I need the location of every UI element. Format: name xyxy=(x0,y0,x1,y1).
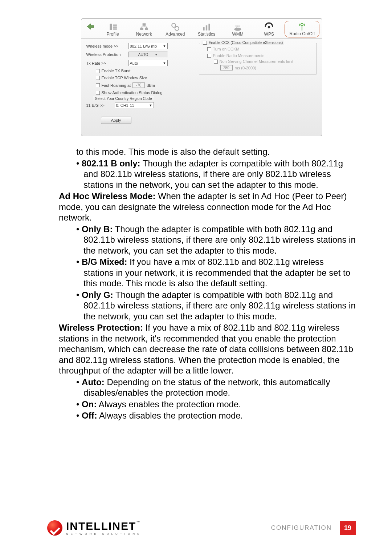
chevron-down-icon: ▼ xyxy=(163,61,166,65)
tab-bar: Profile Network Advanced Statistics QoS … xyxy=(81,19,322,39)
wireless-mode-select[interactable]: 802.11 B/G mix ▼ xyxy=(128,43,168,49)
svg-point-15 xyxy=(301,23,303,26)
fast-roaming-value[interactable]: -70 xyxy=(132,82,145,88)
ccx-group: Enable CCX (Cisco Compatible eXtensions)… xyxy=(199,43,317,74)
tab-label: Advanced xyxy=(160,32,191,37)
tab-label: WPS xyxy=(253,32,285,37)
checkbox-label: Enable TCP Window Size xyxy=(102,76,147,80)
paragraph-heading: Ad Hoc Wireless Mode: When the adapter i… xyxy=(59,191,356,223)
brand-name: INTELLINET™ xyxy=(66,521,142,532)
tab-statistics[interactable]: Statistics xyxy=(191,22,222,38)
svg-rect-4 xyxy=(140,28,143,30)
checkbox-label: Enable Radio Measurements xyxy=(213,53,265,58)
wps-icon xyxy=(253,22,285,32)
bullet-item: On: Always enables the protection mode. xyxy=(59,399,356,410)
tx-rate-select[interactable]: Auto ▼ xyxy=(128,60,168,66)
chevron-down-icon: ▼ xyxy=(149,104,152,107)
tab-label: Radio On/Off xyxy=(286,31,318,36)
bullet-item: Off: Always disables the protection mode… xyxy=(59,410,356,421)
checkbox-icon xyxy=(96,76,100,80)
checkbox-icon xyxy=(214,60,218,64)
non-serving-channel-checkbox: Non-Serving Channel Measurements limit xyxy=(214,59,313,64)
svg-rect-6 xyxy=(142,23,146,26)
svg-rect-9 xyxy=(203,27,204,31)
enable-ccx-checkbox[interactable]: Enable CCX (Cisco Compatible eXtensions) xyxy=(201,40,285,45)
checkbox-label: Enable CCX (Cisco Compatible eXtensions) xyxy=(209,40,283,45)
tab-advanced[interactable]: Advanced xyxy=(160,22,191,38)
tab-label: Network xyxy=(128,32,160,37)
bullet-item: B/G Mixed: If you have a mix of 802.11b … xyxy=(59,257,356,289)
bullet-item: 802.11 B only: Though the adapter is com… xyxy=(59,158,356,190)
checkbox-icon xyxy=(96,69,100,73)
enable-tx-burst-checkbox[interactable]: Enable TX Burst xyxy=(96,69,195,73)
svg-rect-3 xyxy=(113,28,117,29)
fast-roaming-unit: dBm xyxy=(147,83,155,88)
document-text: to this mode. This mode is also the defa… xyxy=(59,146,356,421)
enable-radio-measurements-checkbox: Enable Radio Measurements xyxy=(207,53,313,58)
svg-point-14 xyxy=(268,26,270,29)
tab-profile[interactable]: Profile xyxy=(97,22,128,38)
svg-rect-5 xyxy=(145,28,148,30)
svg-text:QoS: QoS xyxy=(236,25,241,28)
select-value: Auto xyxy=(130,61,138,65)
select-value: AUTO xyxy=(138,53,148,57)
apply-button[interactable]: Apply xyxy=(101,117,131,124)
checkbox-label: Show Authentication Status Dialog xyxy=(102,90,163,95)
button-label: Apply xyxy=(111,118,121,122)
svg-rect-10 xyxy=(206,25,207,31)
select-value: 802.11 B/G mix xyxy=(130,44,158,48)
app-panel: Profile Network Advanced Statistics QoS … xyxy=(81,18,322,136)
show-auth-dialog-checkbox[interactable]: Show Authentication Status Dialog xyxy=(96,90,195,95)
wireless-protection-select[interactable]: AUTO ▼ xyxy=(128,52,168,57)
tab-wmm[interactable]: QoS WMM xyxy=(222,22,253,38)
svg-rect-0 xyxy=(110,24,112,30)
right-column: Enable CCX (Cisco Compatible eXtensions)… xyxy=(199,43,317,124)
checkbox-icon xyxy=(207,54,211,58)
svg-rect-11 xyxy=(208,24,210,30)
enable-tcp-window-checkbox[interactable]: Enable TCP Window Size xyxy=(96,76,195,80)
brand-subtitle: NETWORK SOLUTIONS xyxy=(66,533,142,536)
checkbox-label: Non-Serving Channel Measurements limit xyxy=(220,59,294,64)
wmm-icon: QoS xyxy=(222,22,253,32)
profile-icon xyxy=(97,22,128,32)
network-icon xyxy=(128,22,160,32)
panel-body: Wireless mode >> 802.11 B/G mix ▼ Wirele… xyxy=(81,39,322,127)
bullet-item: Only B: Though the adapter is compatible… xyxy=(59,224,356,256)
page-number-badge: 19 xyxy=(340,521,356,535)
ms-limit-hint: ms (0-2000) xyxy=(235,66,256,70)
tab-radio-onoff[interactable]: Radio On/Off xyxy=(285,21,319,37)
chevron-down-icon: ▼ xyxy=(155,53,158,56)
tab-label: Profile xyxy=(97,32,128,37)
bullet-item: Auto: Depending on the status of the net… xyxy=(59,377,356,398)
region-code-group: Select Your Country Region Code 11 B/G >… xyxy=(86,99,195,108)
page-footer: INTELLINET™ NETWORK SOLUTIONS CONFIGURAT… xyxy=(0,520,392,536)
svg-point-12 xyxy=(234,28,241,31)
svg-rect-2 xyxy=(113,27,117,28)
checkmark-logo-icon xyxy=(47,520,62,536)
select-value: 0: CH1-11 xyxy=(116,103,134,108)
brand-logo: INTELLINET™ NETWORK SOLUTIONS xyxy=(47,520,142,536)
tab-label: WMM xyxy=(222,32,253,37)
checkbox-icon xyxy=(203,41,207,45)
svg-point-7 xyxy=(172,23,176,27)
bg-channel-label: 11 B/G >> xyxy=(86,103,113,108)
checkbox-label: Turn on CCKM xyxy=(213,47,240,51)
ms-limit-value: 250 xyxy=(220,65,233,70)
back-icon[interactable] xyxy=(86,22,94,31)
tab-network[interactable]: Network xyxy=(128,22,160,38)
tab-label: Statistics xyxy=(191,32,222,37)
tab-wps[interactable]: WPS xyxy=(253,22,285,38)
gear-icon xyxy=(160,22,191,32)
bg-channel-select[interactable]: 0: CH1-11 ▼ xyxy=(115,102,154,108)
fast-roaming-label: Fast Roaming at xyxy=(102,83,131,88)
bullet-item: Only G: Though the adapter is compatible… xyxy=(59,290,356,322)
antenna-icon xyxy=(286,22,318,31)
statistics-icon xyxy=(191,22,222,32)
section-name: CONFIGURATION xyxy=(271,524,332,532)
svg-point-8 xyxy=(175,27,179,31)
chevron-down-icon: ▼ xyxy=(163,44,166,48)
fast-roaming-checkbox[interactable] xyxy=(96,83,100,87)
checkbox-icon xyxy=(207,47,211,51)
left-column: Wireless mode >> 802.11 B/G mix ▼ Wirele… xyxy=(86,43,195,124)
checkbox-icon xyxy=(96,91,100,95)
